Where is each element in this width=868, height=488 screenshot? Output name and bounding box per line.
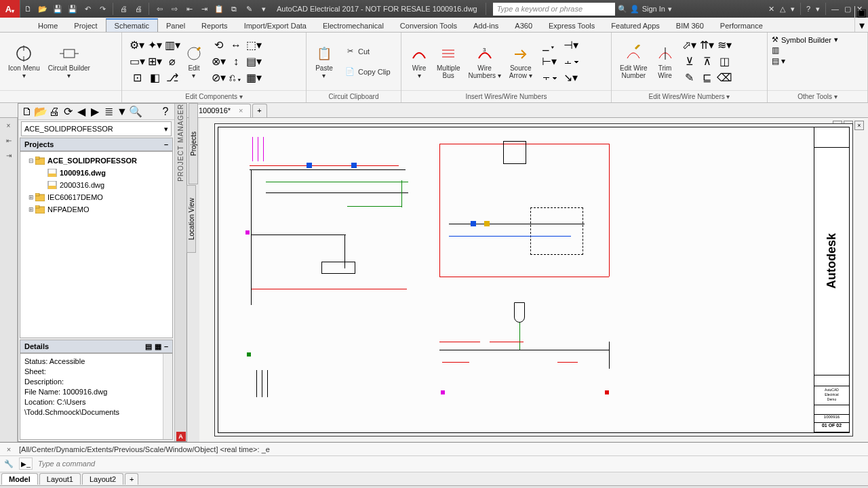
tab-import-export[interactable]: Import/Export Data [236, 20, 315, 32]
wire-edit-tool-icon[interactable]: ⊻ [682, 54, 698, 69]
pm-tree[interactable]: ⊟ACE_SOLIDPROFESSOR1000916.dwg2000316.dw… [20, 151, 173, 338]
tab-addins[interactable]: Add-ins [465, 20, 507, 32]
wire-tool-icon[interactable]: ⊢▾ [539, 54, 559, 69]
wire-edit-tool-icon[interactable]: ⌫ [717, 70, 733, 85]
pm-prev-icon[interactable]: ◀ [75, 106, 87, 118]
palette-pin-icon[interactable]: ⇤ [0, 133, 17, 148]
symbol-builder-button[interactable]: ⚒Symbol Builder ▾ [772, 35, 838, 44]
edit-tool-icon[interactable]: ⬚▾ [245, 38, 262, 53]
copy-clip-button[interactable]: 📄Copy Clip [342, 62, 393, 81]
wire-edit-tool-icon[interactable]: ⊼ [699, 54, 715, 69]
qat-open-icon[interactable]: 📂 [36, 2, 50, 16]
component-tool-icon[interactable]: ⊡ [129, 70, 145, 85]
edit-wire-number-button[interactable]: Edit Wire Number [616, 43, 652, 81]
pm-next-icon[interactable]: ▶ [89, 106, 101, 118]
pm-tree-node[interactable]: 1000916.dwg [23, 167, 170, 179]
tab-performance[interactable]: Performance [712, 20, 771, 32]
pm-refresh-icon[interactable]: ⟳ [62, 106, 74, 118]
tab-featured[interactable]: Featured Apps [603, 20, 668, 32]
icon-menu-button[interactable]: Icon Menu▾ [4, 43, 44, 81]
qat-undo-icon[interactable]: ↶ [81, 2, 94, 16]
document-tab-add[interactable]: + [252, 104, 267, 117]
pm-search-icon[interactable]: 🔍 [130, 106, 142, 118]
pm-filter-icon[interactable]: ▼ [116, 106, 128, 118]
component-tool-icon[interactable]: ▭▾ [129, 54, 145, 69]
ribbon-overflow-icon[interactable]: ▣ ▾ [854, 6, 868, 32]
qat-plot-icon[interactable]: 🖨 [117, 2, 130, 16]
pm-plot-icon[interactable]: 🖨 [48, 106, 60, 118]
tab-project[interactable]: Project [66, 20, 105, 32]
qat-saveas-icon[interactable]: 💾 [66, 2, 79, 16]
tab-reports[interactable]: Reports [193, 20, 236, 32]
other-tool-icon[interactable]: ▥ [772, 45, 779, 55]
pm-details-header[interactable]: Details▤▦– [20, 340, 173, 353]
search-go-icon[interactable]: 🔍 [616, 2, 629, 16]
qat-dropdown-icon[interactable]: ▾ [257, 2, 271, 16]
qat-save-icon[interactable]: 💾 [51, 2, 64, 16]
wire-edit-tool-icon[interactable]: ◫ [717, 54, 733, 69]
pm-projects-header[interactable]: Projects– [20, 138, 173, 151]
edit-tool-icon[interactable]: ▦▾ [245, 70, 262, 85]
component-tool-icon[interactable]: ⚙▾ [129, 38, 145, 53]
tab-electromechanical[interactable]: Electromechanical [315, 20, 392, 32]
tab-close-icon[interactable]: × [239, 106, 243, 115]
cut-button[interactable]: ✂Cut [342, 42, 393, 61]
layout-tab-2[interactable]: Layout2 [82, 473, 123, 485]
palette-close-icon[interactable]: × [0, 118, 17, 133]
qat-pencil-icon[interactable]: ✎ [242, 2, 256, 16]
pm-tree-node[interactable]: ⊞IEC60617DEMO [23, 191, 170, 203]
pm-tree-node[interactable]: ⊞NFPADEMO [23, 203, 170, 216]
app-menu-button[interactable]: A▾ [0, 0, 20, 18]
layout-tab-model[interactable]: Model [1, 473, 38, 485]
layout-tab-1[interactable]: Layout1 [39, 473, 81, 485]
drawing-canvas[interactable]: – ▢ × Autodesk AutoCADElectricalDemo 100… [199, 118, 868, 442]
signin-button[interactable]: 👤 Sign In ▾ [630, 5, 672, 14]
qat-redo-icon[interactable]: ↷ [96, 2, 109, 16]
tab-panel[interactable]: Panel [158, 20, 193, 32]
wire-tool-icon[interactable]: ⎯▾ [539, 38, 559, 53]
wire-edit-tool-icon[interactable]: ≋▾ [717, 38, 733, 53]
qat-new-icon[interactable]: 🗋 [21, 2, 35, 16]
wire-numbers-button[interactable]: 3Wire Numbers ▾ [464, 43, 505, 81]
component-tool-icon[interactable]: ⊞▾ [146, 54, 163, 69]
exchange-icon[interactable]: ✕ [768, 5, 774, 14]
edit-button[interactable]: Edit▾ [180, 43, 208, 81]
trim-wire-button[interactable]: Trim Wire [652, 43, 679, 81]
pm-help-icon[interactable]: ? [159, 106, 172, 118]
a360-icon[interactable]: △ [780, 5, 785, 14]
source-arrow-button[interactable]: Source Arrow ▾ [505, 43, 536, 81]
command-input[interactable] [35, 460, 868, 468]
panel-label-edit-components[interactable]: Edit Components ▾ [122, 90, 306, 102]
tab-express[interactable]: Express Tools [540, 20, 603, 32]
wire-tool-icon[interactable]: ⊣▾ [561, 38, 581, 53]
tab-bim360[interactable]: BIM 360 [668, 20, 712, 32]
pm-tree-node[interactable]: ⊟ACE_SOLIDPROFESSOR [23, 155, 170, 167]
pm-new-icon[interactable]: 🗋 [21, 106, 33, 118]
minimize-icon[interactable]: — [831, 5, 839, 13]
wire-tool-icon[interactable]: ⫠▾ [561, 54, 581, 69]
wire-edit-tool-icon[interactable]: ⊑ [699, 70, 715, 85]
qat-surfer-icon[interactable]: ⧉ [227, 2, 241, 16]
qat-copy-icon[interactable]: 📋 [212, 2, 226, 16]
projects-side-tab[interactable]: Projects [189, 103, 198, 184]
wire-button[interactable]: Wire▾ [406, 43, 433, 81]
component-tool-icon[interactable]: ⌀ [164, 54, 180, 69]
qat-prev-proj-dwg-icon[interactable]: ⇤ [182, 2, 196, 16]
wire-edit-tool-icon[interactable]: ✎ [682, 70, 698, 85]
details-scrollbar[interactable] [163, 354, 172, 439]
pm-location-view-tab[interactable]: Location View [186, 185, 196, 253]
qat-batchplot-icon[interactable]: 🖨 [132, 2, 145, 16]
qat-next-dwg-icon[interactable]: ⇨ [167, 2, 181, 16]
cmd-customize-icon[interactable]: 🔧 [4, 460, 16, 468]
circuit-builder-button[interactable]: Circuit Builder▾ [44, 43, 94, 81]
edit-tool-icon[interactable]: ⟲ [210, 38, 226, 53]
multiple-bus-button[interactable]: Multiple Bus [433, 43, 464, 81]
pm-drawing-list-icon[interactable]: ≣ [102, 106, 115, 118]
pm-project-combo[interactable]: ACE_SOLIDPROFESSOR▾ [21, 121, 172, 136]
component-tool-icon[interactable]: ▥▾ [164, 38, 180, 53]
pm-title-bar[interactable]: PROJECT MANAGER A [174, 104, 186, 441]
qat-prev-dwg-icon[interactable]: ⇦ [153, 2, 166, 16]
edit-tool-icon[interactable]: ↕ [228, 54, 244, 69]
cmd-recent-icon[interactable]: ▶_ [19, 458, 33, 470]
wire-tool-icon[interactable]: ⫟▾ [539, 70, 559, 85]
